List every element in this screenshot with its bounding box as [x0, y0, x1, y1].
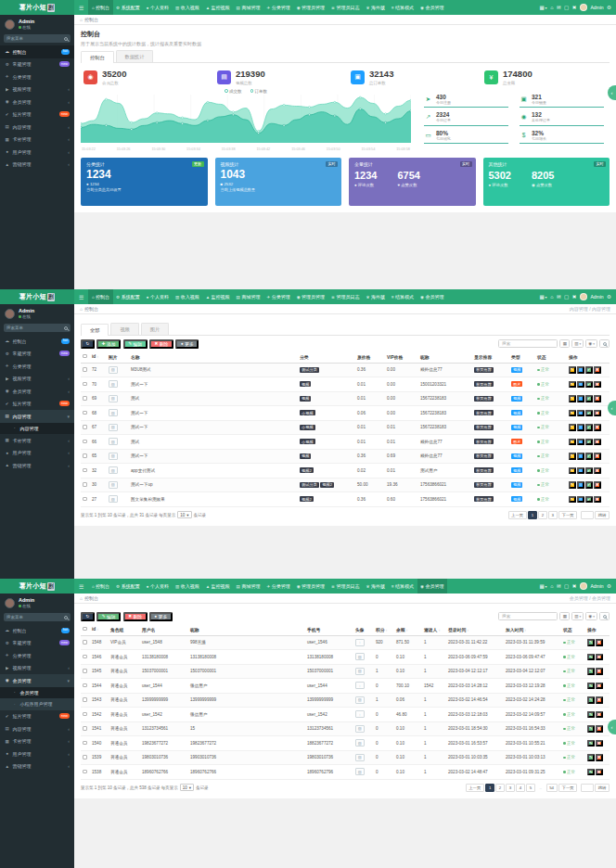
nav-item-4[interactable]: ▲监控视频 [202, 289, 233, 304]
sidebar-item-9[interactable]: ▲营销管理‹ [0, 760, 74, 773]
nav-item-8[interactable]: ≣管理员日志 [328, 289, 363, 304]
row-approve-button[interactable]: ✔ [585, 424, 593, 431]
nav-item-0[interactable]: ⌂控制台 [88, 579, 112, 594]
row-checkbox[interactable] [83, 726, 87, 731]
row-edit-button[interactable]: ✎ [587, 711, 595, 719]
sidebar-item-1[interactable]: ⚙常规管理new [0, 348, 74, 361]
page-button-8[interactable]: 下一页 [558, 784, 577, 792]
page-jump-button[interactable]: 跳转 [595, 784, 610, 792]
sidebar-subitem-1[interactable]: ·小程序用户管理 [0, 698, 74, 710]
menu-toggle-icon[interactable]: ☰ [74, 294, 88, 300]
sidebar-item-4[interactable]: ◉会员管理‹ [0, 385, 74, 398]
message-icon[interactable]: ✉ [557, 294, 561, 300]
page-button-7[interactable]: 54 [546, 784, 558, 792]
row-detail-button[interactable]: ≡ [577, 366, 584, 374]
page-button-4[interactable]: 下一页 [558, 511, 577, 519]
nav-item-3[interactable]: ▥收入视频 [172, 289, 202, 304]
more-button[interactable]: ●更多 [175, 339, 199, 349]
per-page-select[interactable]: 10▾ [180, 784, 194, 791]
sidebar-item-4[interactable]: ◉会员管理‹ [0, 96, 74, 108]
sidebar-subitem-0[interactable]: ·内容管理 [0, 423, 74, 435]
row-approve-button[interactable]: ✔ [585, 439, 593, 446]
fullscreen-close-icon[interactable]: ✖ [572, 294, 577, 300]
columns-dropdown-button[interactable]: ▥▾ [571, 612, 584, 620]
sidebar-subitem-0[interactable]: ·会员管理 [0, 687, 74, 699]
page-button-0[interactable]: 上一页 [466, 784, 484, 792]
row-delete-button[interactable]: ✖ [596, 725, 603, 733]
sidebar-item-8[interactable]: ●用户管理‹ [0, 747, 74, 760]
row-approve-button[interactable]: ✔ [585, 395, 593, 402]
legend-item[interactable]: 成交数 [225, 89, 242, 94]
nav-item-8[interactable]: ≣管理员日志 [328, 0, 363, 15]
sidebar-item-3[interactable]: ▶视频管理‹ [0, 373, 74, 386]
row-checkbox[interactable] [83, 683, 87, 688]
row-approve-button[interactable]: ✔ [585, 453, 593, 460]
admin-avatar[interactable] [580, 293, 587, 300]
page-button-5[interactable]: 5 [526, 784, 534, 792]
row-delete-button[interactable]: ✖ [594, 381, 601, 389]
summary-card-badge[interactable]: 实时 [460, 161, 472, 167]
row-approve-button[interactable]: ✔ [585, 481, 593, 489]
admin-avatar[interactable] [580, 582, 587, 590]
add-button[interactable]: ✚添加 [96, 339, 121, 349]
row-delete-button[interactable]: ✖ [596, 668, 603, 675]
sidebar-item-1[interactable]: ⚙常规管理new [0, 58, 74, 71]
row-checkbox[interactable] [83, 468, 87, 473]
tab-0[interactable]: 全部 [81, 324, 109, 336]
nav-item-7[interactable]: ◉管理员管理 [293, 289, 327, 304]
sidebar-item-8[interactable]: ●用户管理‹ [0, 146, 74, 159]
page-button-2[interactable]: 2 [495, 784, 504, 792]
row-edit-button[interactable]: ✎ [587, 754, 595, 761]
nav-item-9[interactable]: ♛海外版 [363, 289, 389, 304]
nav-item-4[interactable]: ▲监控视频 [202, 0, 233, 15]
row-checkbox[interactable] [83, 367, 87, 372]
search-button[interactable] [599, 612, 610, 620]
settings-icon[interactable]: ⚙ [607, 294, 611, 300]
column-header-8[interactable]: 余额↕ [394, 624, 422, 636]
nav-item-3[interactable]: ▥收入视频 [172, 0, 202, 15]
nav-item-10[interactable]: ≡结算模式 [388, 289, 417, 304]
row-checkbox[interactable] [83, 497, 87, 502]
sidebar-item-2[interactable]: ✈分类管理 [0, 360, 74, 373]
nav-item-6[interactable]: ✈分类管理 [263, 0, 293, 15]
row-delete-button[interactable]: ✖ [596, 654, 603, 661]
row-delete-button[interactable]: ✖ [594, 467, 601, 475]
tab-0[interactable]: 控制台 [81, 51, 114, 63]
row-detail-button[interactable]: ≡ [577, 496, 584, 504]
row-checkbox[interactable] [83, 482, 87, 487]
row-checkbox[interactable] [83, 411, 87, 415]
sidebar-item-7[interactable]: ▦卡密管理‹ [0, 735, 74, 748]
row-delete-button[interactable]: ✖ [594, 496, 601, 504]
row-approve-button[interactable]: ✔ [585, 366, 593, 374]
row-detail-button[interactable]: ≡ [577, 381, 584, 389]
page-jump-button[interactable]: 跳转 [595, 511, 610, 519]
row-detail-button[interactable]: ≡ [577, 395, 584, 402]
row-edit-button[interactable]: ✎ [569, 395, 576, 402]
nav-item-5[interactable]: ▤商城管理 [233, 579, 263, 594]
row-edit-button[interactable]: ✎ [569, 424, 576, 431]
nav-item-6[interactable]: ✈分类管理 [263, 289, 293, 304]
row-edit-button[interactable]: ✎ [587, 725, 595, 733]
row-detail-button[interactable]: ≡ [577, 453, 584, 460]
sidebar-search-input[interactable]: 搜索菜单 [4, 34, 71, 43]
row-delete-button[interactable]: ✖ [596, 769, 603, 776]
sidebar-item-5[interactable]: ✔短片管理new [0, 108, 74, 121]
nav-item-0[interactable]: ⌂控制台 [88, 0, 112, 15]
row-delete-button[interactable]: ✖ [594, 439, 601, 446]
row-checkbox[interactable] [83, 741, 87, 746]
sidebar-item-0[interactable]: ☁控制台hot [0, 45, 74, 58]
table-view-button[interactable]: ▦ [559, 339, 570, 348]
row-checkbox[interactable] [83, 697, 87, 702]
summary-card-badge[interactable]: 更新 [192, 161, 204, 167]
refresh-button[interactable]: ↻ [81, 339, 95, 349]
window-icon[interactable]: ▢ [564, 294, 569, 300]
nav-item-6[interactable]: ✈分类管理 [263, 579, 293, 594]
tab-2[interactable]: 图片 [141, 323, 169, 335]
row-checkbox[interactable] [83, 669, 87, 673]
row-delete-button[interactable]: ✖ [594, 410, 601, 417]
row-edit-button[interactable]: ✎ [569, 453, 576, 460]
row-edit-button[interactable]: ✎ [569, 410, 576, 417]
row-edit-button[interactable]: ✎ [569, 481, 576, 489]
page-button-1[interactable]: 1 [485, 784, 494, 792]
row-checkbox[interactable] [83, 655, 87, 659]
